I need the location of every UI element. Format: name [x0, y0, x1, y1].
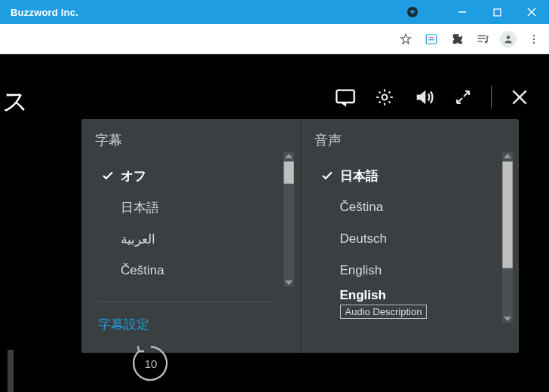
- subtitle-settings-link[interactable]: 字幕設定: [98, 316, 296, 333]
- audio-option-english-ad[interactable]: English Audio Description: [314, 286, 515, 319]
- subtitle-option-czech[interactable]: Čeština: [95, 255, 296, 286]
- kebab-icon: [528, 33, 540, 45]
- subtitles-column: 字幕 オフ 日本語 العربية Čeština: [81, 119, 300, 353]
- close-icon: [527, 8, 536, 17]
- scroll-thumb[interactable]: [502, 161, 513, 268]
- subtitles-heading: 字幕: [95, 131, 296, 149]
- subtitles-button[interactable]: [334, 86, 357, 109]
- replay-icon: 10: [128, 341, 173, 386]
- svg-point-10: [533, 38, 535, 39]
- bookmark-star-button[interactable]: [395, 29, 416, 50]
- option-label: Čeština: [340, 200, 515, 215]
- divider-line: [98, 302, 273, 302]
- subtitle-option-japanese[interactable]: 日本語: [95, 191, 296, 223]
- audio-option-japanese[interactable]: 日本語: [314, 160, 515, 191]
- extensions-button[interactable]: [446, 29, 468, 50]
- fullscreen-icon: [454, 88, 472, 106]
- replay-10-button[interactable]: 10: [128, 341, 173, 386]
- check-icon: [314, 169, 340, 182]
- option-label: 日本語: [340, 167, 515, 185]
- audio-description-badge: Audio Description: [340, 305, 428, 319]
- option-label: Deutsch: [340, 231, 515, 247]
- video-title: ト・リモース: [0, 84, 30, 119]
- more-menu-button[interactable]: [523, 29, 544, 50]
- control-divider: [491, 86, 492, 109]
- media-button[interactable]: [472, 29, 493, 50]
- audio-option-german[interactable]: Deutsch: [314, 223, 515, 255]
- fullscreen-button[interactable]: [452, 86, 474, 109]
- puzzle-icon: [450, 32, 464, 46]
- audio-heading: 音声: [314, 131, 515, 149]
- profile-button[interactable]: [498, 29, 519, 50]
- browser-toolbar: [0, 24, 549, 54]
- close-icon: [510, 87, 529, 107]
- option-label: 日本語: [121, 199, 296, 216]
- reader-button[interactable]: [421, 29, 442, 50]
- music-note-icon: [476, 32, 489, 46]
- audio-option-english[interactable]: English: [314, 255, 515, 286]
- account-indicator-icon[interactable]: [407, 7, 418, 17]
- progress-edge: [8, 350, 14, 392]
- check-icon: [95, 169, 121, 182]
- audio-option-czech[interactable]: Čeština: [314, 191, 515, 223]
- gear-icon: [375, 87, 394, 107]
- volume-button[interactable]: [413, 86, 435, 109]
- window-titlebar: Buzzword Inc.: [0, 0, 549, 24]
- svg-point-13: [382, 95, 388, 100]
- option-label: オフ: [121, 167, 296, 185]
- volume-icon: [413, 87, 434, 108]
- audio-list: 日本語 Čeština Deutsch English English Audi…: [314, 160, 515, 332]
- window-close-button[interactable]: [514, 0, 549, 24]
- window-title: Buzzword Inc.: [11, 7, 78, 18]
- scroll-thumb[interactable]: [284, 161, 294, 184]
- settings-button[interactable]: [373, 86, 396, 109]
- window-maximize-button[interactable]: [480, 0, 514, 24]
- close-player-button[interactable]: [508, 86, 531, 109]
- star-icon: [399, 32, 413, 46]
- video-player-area: ト・リモース 字幕 オフ 日本: [0, 54, 549, 392]
- svg-rect-4: [426, 35, 437, 44]
- svg-point-8: [507, 35, 511, 39]
- option-label: English: [340, 263, 515, 278]
- subtitle-icon: [335, 87, 356, 108]
- option-label: English: [340, 288, 386, 303]
- minimize-icon: [458, 8, 467, 17]
- subtitle-audio-popup: 字幕 オフ 日本語 العربية Čeština: [81, 119, 519, 353]
- svg-point-11: [533, 41, 535, 43]
- maximize-icon: [493, 8, 501, 17]
- option-label: العربية: [121, 231, 296, 247]
- audio-column: 音声 日本語 Čeština Deutsch English English A…: [300, 119, 520, 353]
- svg-text:10: 10: [145, 357, 158, 370]
- svg-point-9: [533, 35, 535, 36]
- audio-scrollbar[interactable]: [502, 152, 513, 323]
- option-label: Čeština: [121, 263, 296, 278]
- svg-rect-12: [336, 90, 354, 103]
- reader-icon: [425, 32, 438, 46]
- subtitles-list: オフ 日本語 العربية Čeština: [95, 160, 296, 296]
- subtitle-option-arabic[interactable]: العربية: [95, 223, 296, 255]
- subtitles-scrollbar[interactable]: [284, 152, 294, 286]
- svg-rect-1: [494, 9, 501, 16]
- subtitle-option-off[interactable]: オフ: [95, 160, 296, 191]
- player-controls: [334, 86, 531, 109]
- avatar-icon: [500, 31, 517, 47]
- window-minimize-button[interactable]: [445, 0, 480, 24]
